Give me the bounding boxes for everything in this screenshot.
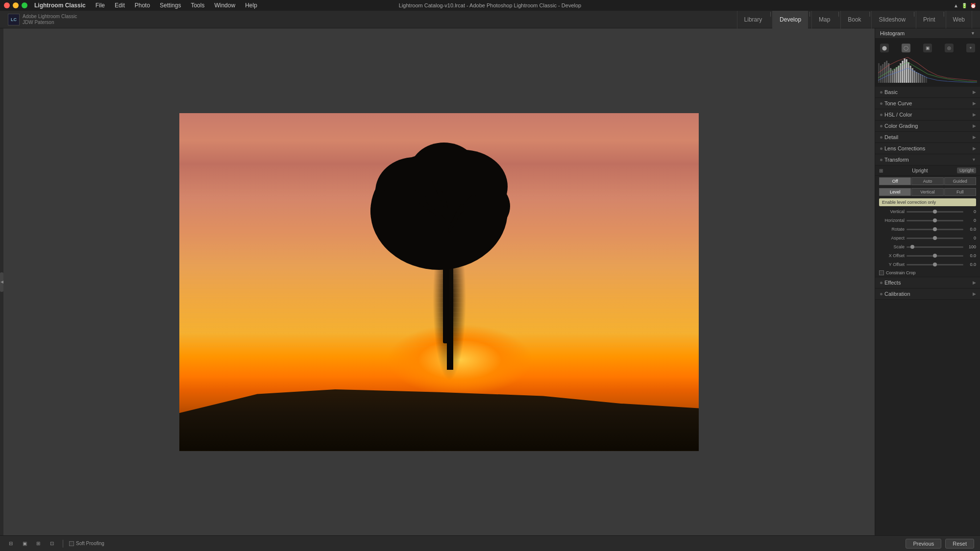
slider-horizontal-thumb[interactable] xyxy=(933,218,937,222)
tone-curve-left: Tone Curve xyxy=(880,100,912,106)
nav-book[interactable]: Book xyxy=(840,11,868,28)
view-compare-btn[interactable]: ⊞ xyxy=(33,539,43,549)
section-transform: Transform ▼ ⊞ Upright Upright Off Auto G… xyxy=(875,154,980,277)
constrain-crop-row: Constrain Crop xyxy=(875,269,980,277)
hist-tool-5[interactable]: + xyxy=(966,44,975,52)
transform-header[interactable]: Transform ▼ xyxy=(875,154,980,166)
svg-rect-11 xyxy=(882,64,883,83)
slider-xoffset-track[interactable] xyxy=(906,255,963,257)
view-survey-btn[interactable]: ⊡ xyxy=(47,539,57,549)
svg-rect-21 xyxy=(902,61,903,83)
slider-horizontal-track[interactable] xyxy=(906,220,963,221)
bottom-divider xyxy=(63,540,63,548)
soft-proofing-checkbox[interactable] xyxy=(69,541,74,546)
tone-curve-dot xyxy=(880,102,882,105)
wifi-icon: ▲ xyxy=(954,3,958,8)
menu-bar: Lightroom Classic File Edit Photo Settin… xyxy=(0,0,980,11)
menu-window[interactable]: Window xyxy=(210,1,239,10)
center-canvas xyxy=(3,28,875,535)
upright-off-btn[interactable]: Off xyxy=(879,177,911,185)
upright-section-header: ⊞ Upright Upright xyxy=(875,166,980,176)
hist-tool-1[interactable]: ⬤ xyxy=(880,44,889,52)
left-panel-toggle[interactable]: ◀ xyxy=(0,272,3,292)
menu-file[interactable]: File xyxy=(92,1,109,10)
svg-rect-22 xyxy=(904,58,906,83)
right-panel[interactable]: Histogram ▼ ⬤ ◯ ▣ ◎ + xyxy=(875,28,980,535)
section-hsl[interactable]: HSL / Color ▶ xyxy=(875,109,980,120)
svg-rect-29 xyxy=(918,73,919,83)
hist-tool-2[interactable]: ◯ xyxy=(902,44,910,52)
slider-rotate-track[interactable] xyxy=(906,229,963,230)
menu-settings[interactable]: Settings xyxy=(156,1,185,10)
nav-develop[interactable]: Develop xyxy=(772,11,808,28)
upright-guided-btn[interactable]: Guided xyxy=(944,177,976,185)
slider-rotate-thumb[interactable] xyxy=(933,227,937,231)
slider-xoffset-value: 0.0 xyxy=(965,253,976,258)
traffic-lights xyxy=(4,2,27,8)
maximize-button[interactable] xyxy=(22,2,27,8)
histogram-tools: ⬤ ◯ ▣ ◎ + xyxy=(878,42,977,53)
hsl-title: HSL / Color xyxy=(884,112,912,118)
soft-proofing-toggle[interactable]: Soft Proofing xyxy=(69,541,104,546)
section-effects[interactable]: Effects ▶ xyxy=(875,277,980,288)
menu-help[interactable]: Help xyxy=(241,1,261,10)
nav-modules: Library | Develop | Map | Book | Slidesh… xyxy=(737,11,972,28)
hist-tool-4[interactable]: ◎ xyxy=(945,44,954,52)
nav-map[interactable]: Map xyxy=(811,11,837,28)
upright-update-btn[interactable]: Upright xyxy=(957,168,976,173)
section-calibration[interactable]: Calibration ▶ xyxy=(875,288,980,300)
lr-logo-text: Adobe Lightroom Classic JDW Paterson xyxy=(23,14,77,25)
upright-full-btn[interactable]: Full xyxy=(944,188,976,196)
detail-expand: ▶ xyxy=(973,135,976,140)
slider-aspect-thumb[interactable] xyxy=(933,236,937,240)
section-basic[interactable]: Basic ▶ xyxy=(875,87,980,98)
upright-level-btn[interactable]: Level xyxy=(879,188,911,196)
grid-icon[interactable]: ⊞ xyxy=(879,168,883,173)
nav-library[interactable]: Library xyxy=(737,11,769,28)
close-button[interactable] xyxy=(4,2,10,8)
upright-vertical-btn[interactable]: Vertical xyxy=(911,188,943,196)
minimize-button[interactable] xyxy=(13,2,19,8)
slider-vertical-label: Vertical xyxy=(879,209,905,214)
svg-rect-12 xyxy=(884,62,885,83)
menu-right-icons: ▲ 🔋 ⏰ xyxy=(954,3,976,8)
menu-tools[interactable]: Tools xyxy=(187,1,208,10)
effects-left: Effects xyxy=(880,280,901,286)
calibration-expand: ▶ xyxy=(973,291,976,296)
slider-vertical-track[interactable] xyxy=(906,211,963,213)
slider-rotate-label: Rotate xyxy=(879,227,905,232)
nav-slideshow[interactable]: Slideshow xyxy=(871,11,912,28)
constrain-crop-checkbox[interactable] xyxy=(879,270,884,275)
section-detail[interactable]: Detail ▶ xyxy=(875,132,980,143)
slider-yoffset-track[interactable] xyxy=(906,264,963,265)
tone-curve-expand: ▶ xyxy=(973,101,976,106)
view-grid-btn[interactable]: ⊟ xyxy=(6,539,16,549)
soft-proofing-label: Soft Proofing xyxy=(76,541,104,546)
previous-button[interactable]: Previous xyxy=(906,539,941,549)
section-tone-curve[interactable]: Tone Curve ▶ xyxy=(875,98,980,109)
reset-button[interactable]: Reset xyxy=(945,539,974,549)
upright-tooltip: Enable level correction only xyxy=(879,198,976,206)
nav-print[interactable]: Print xyxy=(916,11,942,28)
section-lens[interactable]: Lens Corrections ▶ xyxy=(875,143,980,154)
slider-xoffset-thumb[interactable] xyxy=(933,254,937,258)
slider-aspect-track[interactable] xyxy=(906,238,963,239)
slider-vertical-thumb[interactable] xyxy=(933,210,937,214)
hist-tool-3[interactable]: ▣ xyxy=(923,44,932,52)
svg-rect-31 xyxy=(922,75,923,83)
detail-left: Detail xyxy=(880,134,898,140)
nav-web[interactable]: Web xyxy=(946,11,972,28)
constrain-crop-label: Constrain Crop xyxy=(886,270,916,275)
view-single-btn[interactable]: ▣ xyxy=(20,539,29,549)
upright-auto-btn[interactable]: Auto xyxy=(911,177,943,185)
slider-scale-thumb[interactable] xyxy=(910,245,914,249)
main-layout: ◀ xyxy=(0,28,980,535)
section-color-grading[interactable]: Color Grading ▶ xyxy=(875,120,980,132)
slider-yoffset-thumb[interactable] xyxy=(933,263,937,266)
slider-scale-track[interactable] xyxy=(906,246,963,248)
menu-edit[interactable]: Edit xyxy=(111,1,129,10)
nav-sep-3: | xyxy=(838,11,839,28)
slider-xoffset: X Offset 0.0 xyxy=(875,251,980,260)
histogram-header[interactable]: Histogram ▼ xyxy=(875,28,980,39)
menu-photo[interactable]: Photo xyxy=(131,1,154,10)
